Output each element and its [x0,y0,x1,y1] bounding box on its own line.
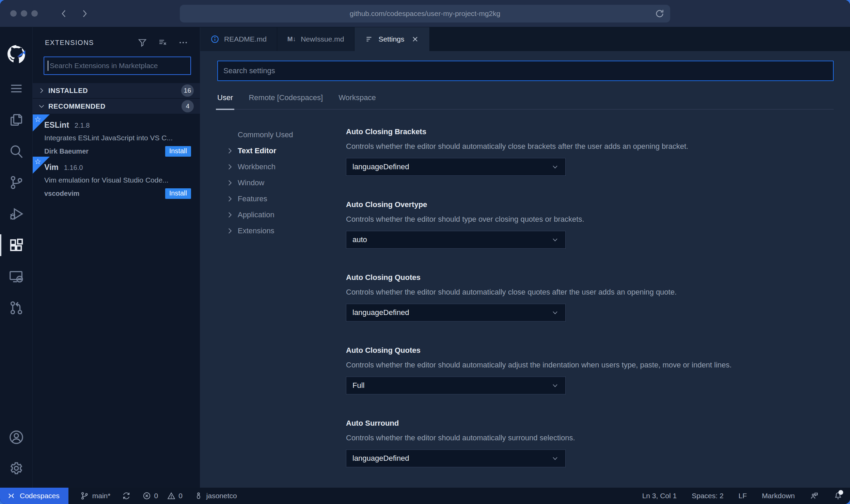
setting-title: Auto Surround [346,419,834,428]
tree-label: Application [238,210,274,219]
setting-auto-surround: Auto Surround Controls whether the edito… [346,419,834,467]
settings-search-input[interactable] [217,61,834,81]
source-control-icon[interactable] [0,167,33,198]
window-controls [10,10,38,17]
setting-description: Controls whether the editor should type … [346,215,834,224]
github-octocat-icon [7,45,25,63]
account-icon[interactable] [0,422,33,453]
star-icon: ☆ [34,157,41,166]
status-bar: Codespaces main* 0 0 jasonetco Ln 3 [0,488,850,504]
tab-label: NewIssue.md [301,35,344,43]
tab-settings[interactable]: Settings [355,27,430,51]
forward-icon[interactable] [79,9,90,19]
explorer-icon[interactable] [0,104,33,136]
close-icon[interactable] [411,35,419,43]
traffic-light-minimize[interactable] [21,10,27,17]
language-mode[interactable]: Markdown [762,492,795,500]
section-installed[interactable]: INSTALLED 16 [33,83,200,98]
scope-workspace[interactable]: Workspace [339,93,376,109]
filter-icon[interactable] [137,37,147,48]
tree-item-application[interactable]: Application [225,207,336,223]
remote-explorer-icon[interactable] [0,261,33,292]
setting-auto-closing-quotes: Auto Closing Quotes Controls whether the… [346,273,834,321]
tree-item-text-editor[interactable]: Text Editor [225,143,336,159]
settings-tree: Commonly Used Text Editor Workbench [217,126,336,488]
install-button[interactable]: Install [165,146,191,157]
scope-remote[interactable]: Remote [Codespaces] [249,93,323,109]
sync-button[interactable] [122,491,131,500]
warning-count: 0 [178,492,183,500]
install-button[interactable]: Install [165,188,191,199]
extension-item-eslint[interactable]: ☆ ESLint 2.1.8 Integrates ESLint JavaScr… [33,114,200,157]
address-bar[interactable]: github.com/codespaces/user-my-project-mg… [180,5,670,22]
settings-gear-icon[interactable] [0,453,33,484]
remote-label: Codespaces [20,492,60,500]
more-actions-icon[interactable] [178,37,188,48]
codespaces-remote-indicator[interactable]: Codespaces [0,488,68,504]
setting-auto-closing-brackets: Auto Closing Brackets Controls whether t… [346,127,834,176]
branch-indicator[interactable]: main* [80,491,111,500]
extensions-search-input[interactable] [44,57,191,75]
setting-title: Auto Closing Quotes [346,273,834,282]
tree-item-window[interactable]: Window [225,175,336,191]
activity-bar [0,27,33,488]
person-icon [194,491,203,500]
reload-icon[interactable] [655,9,665,19]
traffic-light-maximize[interactable] [31,10,38,17]
settings-list: Auto Closing Brackets Controls whether t… [336,126,834,488]
chevron-down-icon [551,381,559,390]
error-count: 0 [154,492,158,500]
chevron-down-icon [551,454,559,462]
chevron-right-icon [225,162,234,171]
extension-item-vim[interactable]: ☆ Vim 1.16.0 Vim emulation for Visual St… [33,157,200,199]
cursor-position[interactable]: Ln 3, Col 1 [642,492,677,500]
recommended-ribbon: ☆ [33,114,50,131]
chevron-right-icon [225,178,234,187]
tree-item-features[interactable]: Features [225,191,336,207]
setting-value-dropdown[interactable]: languageDefined [346,304,566,321]
setting-description: Controls whether the editor should autom… [346,434,834,442]
problems-indicator[interactable]: 0 0 [142,491,182,500]
setting-value-dropdown[interactable]: Full [346,377,566,394]
settings-scope-tabs: User Remote [Codespaces] Workspace [217,93,834,110]
setting-value-dropdown[interactable]: languageDefined [346,158,566,176]
back-icon[interactable] [59,9,69,19]
scope-user[interactable]: User [217,93,233,109]
tree-item-workbench[interactable]: Workbench [225,159,336,175]
tree-item-extensions[interactable]: Extensions [225,223,336,239]
chevron-right-icon [225,226,234,235]
text-cursor [48,61,48,71]
dropdown-value: auto [352,235,367,244]
settings-editor: User Remote [Codespaces] Workspace Commo… [200,51,850,488]
tab-readme[interactable]: README.md [200,27,277,51]
extensions-icon[interactable] [0,230,33,261]
traffic-light-close[interactable] [10,10,17,17]
info-icon [210,35,219,44]
tab-label: Settings [378,35,404,43]
clear-extensions-icon[interactable] [158,37,168,48]
setting-value-dropdown[interactable]: languageDefined [346,450,566,467]
tab-label: README.md [224,35,267,43]
sync-icon [122,491,131,500]
chevron-right-icon [225,210,234,219]
remote-icon [7,491,16,500]
tab-newissue[interactable]: M↓ NewIssue.md [277,27,355,51]
user-indicator[interactable]: jasonetco [194,491,237,500]
tree-item-commonly-used[interactable]: Commonly Used [225,127,336,143]
feedback-icon [810,491,819,500]
chevron-down-icon [551,163,559,171]
section-recommended[interactable]: RECOMMENDED 4 [33,99,200,114]
run-debug-icon[interactable] [0,198,33,230]
feedback-button[interactable] [810,491,819,500]
indentation-indicator[interactable]: Spaces: 2 [692,492,723,500]
notifications-button[interactable] [834,491,843,500]
extension-author: vscodevim [44,190,79,198]
section-label: INSTALLED [48,87,88,95]
eol-indicator[interactable]: LF [739,492,747,500]
menu-icon[interactable] [0,73,33,104]
search-icon[interactable] [0,136,33,167]
tree-label: Commonly Used [238,130,293,139]
chevron-down-icon [37,102,46,110]
setting-value-dropdown[interactable]: auto [346,231,566,249]
github-pull-request-icon[interactable] [0,292,33,324]
